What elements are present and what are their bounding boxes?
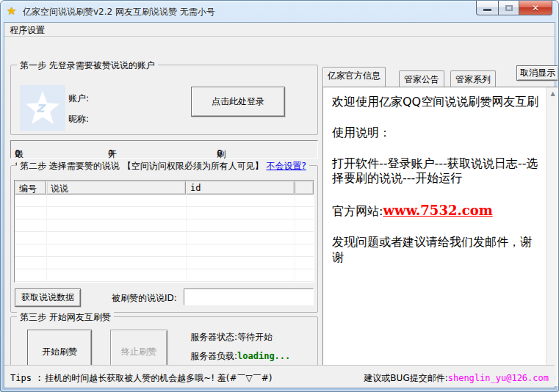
table-header: 编号 说说 id xyxy=(15,181,314,195)
info-text: 欢迎使用亿家QQ空间说说刷赞网友互刷 使用说明： 打开软件--登录账户---获取… xyxy=(323,87,546,385)
client-area: 程序设置 第一步 先登录需要被赞说说的账户 z 账户: 昵称: 点击此处登录 最… xyxy=(4,22,555,388)
official-site-line: 官方网站:www.7532.com xyxy=(332,202,541,219)
menubar: 程序设置 xyxy=(4,23,555,37)
column-header-number[interactable]: 编号 xyxy=(15,181,46,195)
step1-group: 第一步 先登录需要被赞说说的账户 z 账户: 昵称: 点击此处登录 xyxy=(10,65,318,135)
shuoshuo-table: 编号 说说 id xyxy=(14,180,314,283)
close-icon: ✕ xyxy=(532,4,539,12)
tab-series[interactable]: 管家系列 xyxy=(450,70,496,87)
table-body[interactable] xyxy=(15,195,314,282)
info-scrollbar[interactable]: ▲ ▼ xyxy=(546,87,558,385)
scroll-up-icon[interactable]: ▲ xyxy=(547,87,559,100)
nickname-label: 昵称: xyxy=(68,113,89,126)
target-id-label: 被刷赞的说说ID: xyxy=(112,292,177,305)
qzone-z-glyph: z xyxy=(36,98,45,116)
step2-group: 第二步 选择需要赞的说说 【空间访问权限必须为所有人可见】 不会设置? 编号 说… xyxy=(10,165,318,313)
close-button[interactable]: ✕ xyxy=(519,1,552,15)
usage-title: 使用说明： xyxy=(332,126,541,141)
welcome-text: 欢迎使用亿家QQ空间说说刷赞网友互刷 xyxy=(332,95,541,110)
maximize-button[interactable] xyxy=(498,1,519,15)
column-header-id[interactable]: id xyxy=(186,181,295,195)
step2-title: 第二步 选择需要赞的说说 【空间访问权限必须为所有人可见】 不会设置? xyxy=(17,160,309,173)
target-id-input[interactable] xyxy=(184,288,314,305)
column-divider xyxy=(295,195,295,282)
tab-announcements[interactable]: 管家公告 xyxy=(399,70,444,87)
fetch-shuoshuo-button[interactable]: 获取说说数据 xyxy=(15,288,81,307)
step3-title: 第三步 开始网友互刷赞 xyxy=(17,311,114,324)
minimize-icon xyxy=(483,9,491,11)
login-button[interactable]: 点击此处登录 xyxy=(191,87,285,117)
qzone-logo-icon: z xyxy=(20,85,65,131)
info-panel: 欢迎使用亿家QQ空间说说刷赞网友互刷 使用说明： 打开软件--登录账户---获取… xyxy=(322,87,559,386)
usage-steps: 打开软件--登录账户---获取说说日志--选择要刷的说说---开始运行 xyxy=(332,156,541,187)
tips-text: Tips : 挂机的时间越长获取被人赞的机会越多哦~! 羞(#￣▽￣#) xyxy=(10,372,273,385)
stats-panel: 最新赞数:0 开始赞数:0 刷新倒计时:0 xyxy=(10,140,318,159)
window-controls: ✕ xyxy=(476,1,552,15)
app-star-icon: ★ xyxy=(7,4,16,18)
minimize-button[interactable] xyxy=(476,1,498,15)
maximize-icon xyxy=(505,5,513,11)
column-divider xyxy=(186,195,187,282)
titlebar: ★ 亿家空间说说刷赞v2.2 网友互刷说说赞 无需小号 ✕ xyxy=(1,1,558,22)
app-window: ★ 亿家空间说说刷赞v2.2 网友互刷说说赞 无需小号 ✕ 程序设置 第一步 先… xyxy=(0,0,559,392)
column-divider xyxy=(46,195,47,282)
server-load: 服务器负载:loading... xyxy=(190,350,290,363)
step1-title: 第一步 先登录需要被赞说说的账户 xyxy=(17,59,158,72)
window-title: 亿家空间说说刷赞v2.2 网友互刷说说赞 无需小号 xyxy=(23,6,215,18)
column-header-shuoshuo[interactable]: 说说 xyxy=(46,181,186,195)
official-site-link[interactable]: www.7532.com xyxy=(383,203,492,218)
hide-panel-button[interactable]: 取消显示 xyxy=(516,65,559,81)
feedback-email: shenglin_yu@126.com xyxy=(448,373,549,383)
footer-bar: Tips : 挂机的时间越长获取被人赞的机会越多哦~! 羞(#￣▽￣#) 建议或… xyxy=(4,365,555,388)
info-tabstrip: 亿家官方信息 管家公告 管家系列 取消显示 xyxy=(322,65,559,87)
server-status: 服务器状态:等待开始 xyxy=(190,331,273,344)
menu-item-program-settings[interactable]: 程序设置 xyxy=(4,23,50,37)
help-link[interactable]: 不会设置? xyxy=(266,161,306,171)
feedback-text: 发现问题或者建议请给我们发邮件，谢谢 xyxy=(332,235,541,266)
account-label: 账户: xyxy=(68,92,89,105)
column-header-extra[interactable] xyxy=(295,181,314,195)
feedback-email-line: 建议或BUG提交邮件:shenglin_yu@126.com xyxy=(364,372,549,385)
tab-official-info[interactable]: 亿家官方信息 xyxy=(322,67,386,87)
